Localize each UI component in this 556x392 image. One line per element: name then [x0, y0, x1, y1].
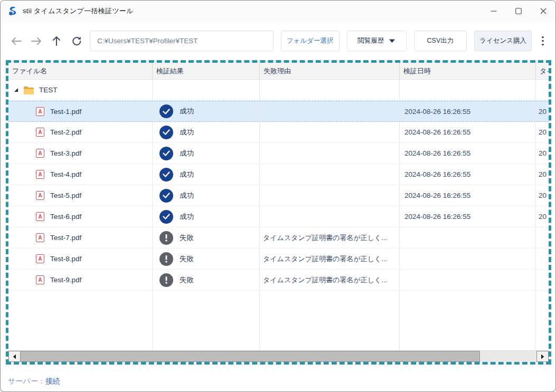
- result-label: 失敗: [180, 275, 194, 285]
- success-check-icon: [159, 210, 173, 224]
- forward-button[interactable]: [26, 31, 46, 51]
- scrollbar-track[interactable]: [480, 351, 536, 362]
- pdf-file-icon: A: [36, 233, 44, 242]
- success-check-icon: [159, 126, 173, 139]
- failure-reason: タイムスタンプ証明書の署名が正しく...: [260, 227, 400, 248]
- folder-icon: [23, 86, 34, 94]
- status-bar: サーバー：接続: [8, 377, 60, 386]
- file-name: Test-1.pdf: [50, 108, 81, 116]
- verified-datetime: [400, 227, 536, 248]
- pdf-file-icon: A: [36, 254, 44, 263]
- failure-exclamation-icon: [159, 231, 173, 245]
- scroll-left-icon: [13, 354, 16, 359]
- verified-datetime: 2024-08-26 16:26:55: [400, 122, 536, 142]
- expand-triangle-icon[interactable]: [14, 88, 18, 92]
- table-empty-area: [8, 291, 549, 350]
- minimize-button[interactable]: [481, 1, 506, 22]
- column-header-reason[interactable]: 失敗理由: [260, 63, 400, 80]
- column-header-file[interactable]: ファイル名: [8, 63, 153, 80]
- success-check-icon: [159, 168, 173, 181]
- success-check-icon: [159, 104, 173, 118]
- up-arrow-icon: [52, 36, 61, 46]
- toolbar: C:¥Users¥TEST¥Profiler¥TEST フォルダー選択 閲覧履歴…: [1, 22, 555, 60]
- forward-arrow-icon: [31, 36, 42, 46]
- refresh-button[interactable]: [67, 31, 87, 51]
- timestamp-clipped: 20: [536, 143, 549, 164]
- table-row[interactable]: ATest-6.pdf 成功 2024-08-26 16:26:55 20: [8, 206, 549, 227]
- table-row[interactable]: ATest-7.pdf 失敗 タイムスタンプ証明書の署名が正しく...: [8, 227, 549, 248]
- refresh-icon: [71, 36, 82, 46]
- file-name: Test-6.pdf: [50, 213, 81, 221]
- history-dropdown-button[interactable]: 閲覧履歴: [347, 31, 407, 51]
- folder-row[interactable]: TEST: [8, 80, 549, 101]
- verified-datetime: 2024-08-26 16:26:55: [400, 185, 536, 206]
- close-button[interactable]: [531, 1, 555, 22]
- up-button[interactable]: [46, 31, 67, 51]
- scroll-left-button[interactable]: [8, 351, 21, 362]
- failure-reason: [260, 101, 400, 121]
- horizontal-scrollbar[interactable]: [8, 350, 549, 362]
- column-header-verified[interactable]: 検証日時: [400, 63, 536, 80]
- table-row[interactable]: ATest-8.pdf 失敗 タイムスタンプ証明書の署名が正しく...: [8, 248, 549, 270]
- scroll-right-icon: [541, 354, 544, 359]
- pdf-file-icon: A: [36, 275, 44, 284]
- column-header-result[interactable]: 検証結果: [153, 63, 260, 80]
- more-menu-button[interactable]: [536, 31, 550, 51]
- verified-datetime: 2024-08-26 16:26:55: [400, 143, 536, 164]
- history-label: 閲覧履歴: [357, 36, 384, 45]
- success-check-icon: [159, 189, 173, 203]
- failure-exclamation-icon: [159, 273, 173, 287]
- failure-reason: [260, 122, 400, 142]
- timestamp-clipped: 20: [536, 122, 549, 142]
- result-label: 失敗: [180, 254, 194, 264]
- kebab-dot: [542, 40, 544, 42]
- table-row[interactable]: ATest-5.pdf 成功 2024-08-26 16:26:55 20: [8, 185, 549, 206]
- table-row[interactable]: ATest-4.pdf 成功 2024-08-26 16:26:55 20: [8, 164, 549, 185]
- verified-datetime: 2024-08-26 16:26:55: [400, 164, 536, 185]
- folder-name: TEST: [39, 86, 58, 94]
- kebab-dot: [542, 36, 544, 39]
- close-icon: [540, 8, 546, 14]
- scroll-right-button[interactable]: [536, 351, 549, 362]
- folder-select-button[interactable]: フォルダー選択: [281, 31, 340, 51]
- timestamp-clipped: [536, 227, 549, 248]
- timestamp-clipped: [536, 270, 549, 290]
- table-row[interactable]: ATest-9.pdf 失敗 タイムスタンプ証明書の署名が正しく...: [8, 270, 549, 291]
- license-purchase-button[interactable]: ライセンス購入: [474, 31, 532, 51]
- pdf-file-icon: A: [36, 128, 44, 137]
- failure-exclamation-icon: [159, 252, 173, 266]
- app-window: stii タイムスタンプ一括検証ツール C:¥Users¥TEST¥Profi: [0, 0, 556, 392]
- table-row[interactable]: ATest-2.pdf 成功 2024-08-26 16:26:55 20: [8, 122, 549, 143]
- pdf-file-icon: A: [36, 170, 44, 179]
- scrollbar-thumb[interactable]: [21, 351, 480, 362]
- table-row[interactable]: ATest-1.pdf 成功 2024-08-26 16:26:55 20: [8, 101, 549, 122]
- column-header-timestamp[interactable]: タイ: [536, 63, 549, 80]
- timestamp-clipped: [536, 248, 549, 269]
- csv-export-button[interactable]: CSV出力: [414, 31, 467, 51]
- pdf-file-icon: A: [36, 149, 44, 158]
- result-label: 成功: [180, 170, 194, 179]
- result-label: 成功: [180, 128, 194, 137]
- timestamp-clipped: 20: [536, 164, 549, 185]
- result-label: 成功: [180, 149, 194, 158]
- window-controls: [481, 1, 555, 22]
- back-button[interactable]: [6, 31, 26, 51]
- server-status-value: 接続: [45, 377, 60, 385]
- maximize-icon: [515, 8, 522, 14]
- file-name: Test-2.pdf: [50, 128, 81, 136]
- success-check-icon: [159, 147, 173, 160]
- chevron-down-icon: [389, 39, 395, 43]
- results-table: ファイル名 検証結果 失敗理由 検証日時 タイ TEST ATest-1.pdf…: [6, 60, 551, 365]
- title-bar: stii タイムスタンプ一括検証ツール: [1, 1, 555, 22]
- failure-reason: [260, 143, 400, 164]
- verified-datetime: 2024-08-26 16:26:55: [400, 101, 536, 121]
- result-label: 失敗: [180, 233, 194, 243]
- timestamp-clipped: 20: [536, 206, 549, 227]
- address-bar[interactable]: C:¥Users¥TEST¥Profiler¥TEST: [90, 31, 274, 51]
- table-row[interactable]: ATest-3.pdf 成功 2024-08-26 16:26:55 20: [8, 143, 549, 164]
- minimize-icon: [491, 8, 497, 14]
- pdf-file-icon: A: [36, 191, 44, 200]
- file-name: Test-9.pdf: [50, 276, 81, 284]
- file-name: Test-8.pdf: [50, 255, 81, 263]
- maximize-button[interactable]: [506, 1, 531, 22]
